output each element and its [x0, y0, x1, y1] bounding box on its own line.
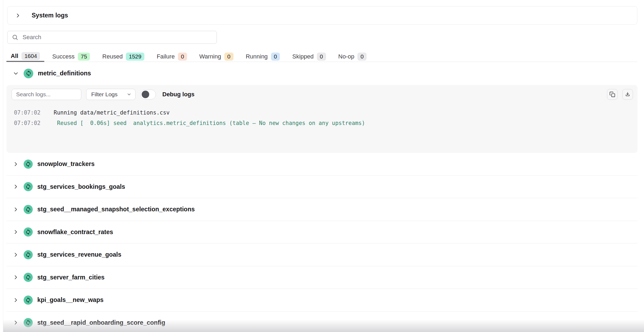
- sync-reused-icon: [24, 69, 33, 78]
- collapsed-item-row-kpi_goals__new_waps[interactable]: kpi_goals__new_waps: [6, 289, 638, 312]
- tab-all[interactable]: All1604: [6, 51, 44, 62]
- tab-label: Reused: [102, 53, 123, 60]
- chevron-down-icon: [127, 92, 131, 97]
- tab-count-badge: 0: [357, 53, 367, 61]
- tab-reused[interactable]: Reused1529: [98, 51, 149, 62]
- chevron-right-icon: [12, 183, 19, 190]
- log-lines: 07:07:02 Running data/metric_definitions…: [14, 108, 632, 128]
- log-panel: Filter Logs Debug logs 07:07:02 Running …: [6, 85, 638, 153]
- collapsed-item-name: snowflake_contract_rates: [37, 228, 113, 236]
- tab-count-badge: 1529: [126, 53, 144, 61]
- collapsed-item-name: stg_seed__rapid_onboarding_score_config: [37, 319, 165, 326]
- status-tabs: All1604Success75Reused1529Failure0Warnin…: [6, 51, 637, 62]
- tab-success[interactable]: Success75: [48, 51, 94, 62]
- tab-count-badge: 0: [224, 53, 233, 61]
- chevron-right-icon: [12, 319, 19, 326]
- tab-label: Running: [246, 53, 268, 60]
- tab-no-op[interactable]: No-op0: [334, 51, 371, 62]
- collapsed-item-name: kpi_goals__new_waps: [37, 296, 104, 304]
- log-timestamp: 07:07:02: [14, 120, 41, 126]
- tab-label: All: [11, 53, 18, 60]
- expanded-item-row[interactable]: metric_definitions: [6, 62, 637, 85]
- debug-logs-label: Debug logs: [162, 91, 195, 98]
- tab-label: Success: [52, 53, 75, 60]
- debug-logs-toggle[interactable]: [140, 90, 156, 99]
- collapsed-item-row-stg_server_farm_cities[interactable]: stg_server_farm_cities: [6, 266, 638, 289]
- collapsed-item-row-snowflake_contract_rates[interactable]: snowflake_contract_rates: [6, 221, 638, 244]
- copy-logs-button[interactable]: [607, 89, 618, 100]
- chevron-right-icon: [12, 251, 19, 258]
- tab-skipped[interactable]: Skipped0: [288, 51, 330, 62]
- sync-reused-icon: [24, 160, 33, 169]
- sync-reused-icon: [24, 205, 33, 214]
- log-timestamp: 07:07:02: [14, 109, 41, 116]
- tab-label: No-op: [338, 53, 354, 60]
- tab-count-badge: 1604: [21, 52, 40, 60]
- collapsed-item-list: snowplow_trackers stg_services_bookings_…: [6, 153, 638, 332]
- chevron-right-icon: [12, 161, 19, 168]
- download-icon: [625, 91, 631, 97]
- log-line: 07:07:02 Reused [ 0.06s] seed analytics.…: [14, 118, 632, 128]
- expanded-item-name: metric_definitions: [38, 70, 91, 77]
- toggle-knob: [142, 91, 149, 98]
- system-logs-title: System logs: [32, 12, 68, 19]
- sync-reused-icon: [24, 227, 33, 237]
- sync-reused-icon: [24, 273, 33, 282]
- download-logs-button[interactable]: [622, 89, 633, 100]
- chevron-right-icon: [12, 274, 19, 281]
- filter-logs-label: Filter Logs: [91, 91, 118, 98]
- chevron-right-icon: [12, 206, 19, 213]
- search-input[interactable]: [22, 34, 212, 41]
- log-message: Running data/metric_definitions.csv: [41, 109, 170, 116]
- chevron-down-icon: [12, 70, 19, 77]
- collapsed-item-name: snowplow_trackers: [37, 160, 94, 168]
- chevron-right-icon: [12, 297, 19, 304]
- chevron-right-icon: [12, 228, 19, 235]
- sync-reused-icon: [24, 318, 33, 327]
- sync-reused-icon: [24, 296, 33, 305]
- tab-count-badge: 75: [78, 53, 90, 61]
- log-line: 07:07:02 Running data/metric_definitions…: [14, 108, 632, 118]
- system-logs-group[interactable]: System logs: [7, 6, 637, 25]
- collapsed-item-row-stg_seed__rapid_onboarding_score_config[interactable]: stg_seed__rapid_onboarding_score_config: [6, 312, 638, 332]
- tab-count-badge: 0: [317, 53, 326, 61]
- copy-icon: [609, 91, 615, 97]
- tab-failure[interactable]: Failure0: [152, 51, 191, 62]
- tab-warning[interactable]: Warning0: [195, 51, 238, 62]
- tab-label: Warning: [199, 53, 221, 60]
- collapsed-item-name: stg_services_bookings_goals: [37, 183, 125, 190]
- collapsed-item-row-stg_services_revenue_goals[interactable]: stg_services_revenue_goals: [6, 244, 638, 266]
- left-edge-divider: [3, 0, 3, 332]
- collapsed-item-row-stg_services_bookings_goals[interactable]: stg_services_bookings_goals: [6, 176, 638, 198]
- tab-count-badge: 0: [178, 53, 187, 61]
- sync-reused-icon: [24, 182, 33, 191]
- collapsed-item-name: stg_services_revenue_goals: [37, 251, 121, 258]
- tab-running[interactable]: Running0: [241, 51, 284, 62]
- log-search-input[interactable]: [12, 89, 81, 100]
- filter-logs-dropdown[interactable]: Filter Logs: [86, 89, 136, 100]
- log-viewer-app: System logs All1604Success75Reused1529Fa…: [0, 0, 644, 332]
- collapsed-item-row-snowplow_trackers[interactable]: snowplow_trackers: [6, 153, 638, 176]
- search-icon: [12, 34, 18, 40]
- sync-reused-icon: [24, 250, 33, 259]
- collapsed-item-name: stg_server_farm_cities: [37, 274, 105, 281]
- tab-count-badge: 0: [271, 53, 280, 61]
- log-toolbar: Filter Logs Debug logs: [12, 89, 633, 100]
- search-box[interactable]: [7, 31, 217, 44]
- chevron-right-icon: [14, 12, 21, 19]
- log-message: Reused [ 0.06s] seed analytics.metric_de…: [41, 120, 365, 126]
- tab-label: Skipped: [292, 53, 314, 60]
- collapsed-item-name: stg_seed__managed_snapshot_selection_exc…: [37, 206, 195, 213]
- tab-label: Failure: [157, 53, 175, 60]
- collapsed-item-row-stg_seed__managed_snapshot_selection_exceptions[interactable]: stg_seed__managed_snapshot_selection_exc…: [6, 198, 638, 221]
